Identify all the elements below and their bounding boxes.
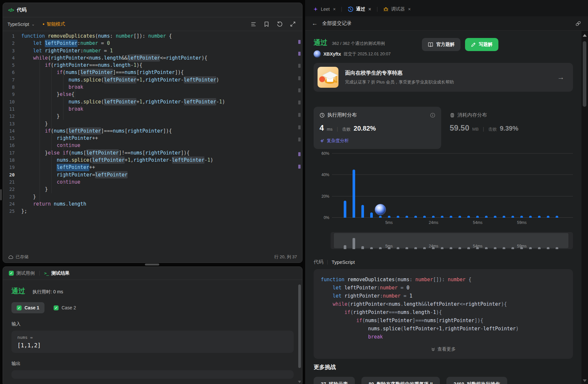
scroll-down-arrow-icon[interactable] bbox=[583, 379, 587, 382]
page-title: 全部提交记录 bbox=[322, 20, 352, 27]
runtime-bar[interactable] bbox=[361, 205, 364, 218]
runtime-bar[interactable] bbox=[485, 216, 488, 218]
language-selector[interactable]: TypeScript ⌄ bbox=[8, 22, 35, 27]
runtime-bar[interactable] bbox=[520, 216, 523, 218]
runtime-bar[interactable] bbox=[423, 216, 426, 218]
case-2-button[interactable]: ✓ Case 2 bbox=[48, 302, 81, 313]
reset-code-button[interactable] bbox=[275, 19, 285, 29]
runtime-bar[interactable] bbox=[432, 216, 435, 218]
chart-brush[interactable]: 5ms24ms54ms59ms bbox=[331, 232, 573, 249]
tab-test-result[interactable]: >_ 测试结果 bbox=[44, 270, 70, 276]
test-panel-scrollbar[interactable] bbox=[298, 282, 301, 384]
user-avatar bbox=[314, 50, 321, 58]
runtime-bar[interactable] bbox=[344, 201, 346, 218]
view-more-button[interactable]: 查看更多 bbox=[321, 344, 566, 355]
challenge-pill[interactable]: 80. 删除有序数组中的重复项 II bbox=[361, 377, 440, 384]
runtime-bar[interactable] bbox=[388, 216, 390, 218]
write-solution-button[interactable]: 写题解 bbox=[465, 38, 498, 51]
code-section-header: 代码 TypeScript bbox=[314, 259, 573, 265]
save-status: 已存储 bbox=[8, 254, 28, 260]
runtime-bar[interactable] bbox=[450, 216, 452, 218]
chevron-down-icon: ⌄ bbox=[31, 22, 35, 27]
runtime-bar[interactable] bbox=[494, 216, 496, 218]
tab-debugger[interactable]: 调试器 × bbox=[382, 6, 412, 12]
case-1-button[interactable]: ✓ Case 1 bbox=[11, 302, 44, 313]
scroll-up-arrow-icon[interactable] bbox=[583, 34, 587, 37]
expand-icon bbox=[290, 21, 296, 27]
left-edge-resize-handle[interactable] bbox=[0, 189, 2, 200]
close-icon[interactable]: × bbox=[408, 7, 411, 12]
student-promo-banner[interactable]: 面向在校学生的专享特惠 完成认证享 7 折 Plus 会员，享受更多学业及职业成… bbox=[314, 63, 573, 92]
overview-ruler[interactable] bbox=[298, 31, 301, 251]
runtime-dist-title: 执行用时分布 bbox=[327, 112, 357, 118]
complexity-analysis-link[interactable]: 复杂度分析 bbox=[320, 138, 435, 144]
challenge-pill[interactable]: 27. 移除元素 bbox=[314, 377, 355, 384]
runtime-bar[interactable] bbox=[503, 216, 505, 218]
runtime-stat-card[interactable]: 执行用时分布 4 ms | 击败 20.82% bbox=[314, 107, 441, 149]
input-field-value: [1,1,2] bbox=[17, 342, 288, 349]
bug-icon bbox=[383, 7, 389, 12]
code-line: 23 } bbox=[3, 193, 302, 200]
runtime-bar[interactable] bbox=[467, 216, 470, 218]
runtime-bar[interactable] bbox=[353, 170, 355, 218]
runtime-bar[interactable] bbox=[441, 216, 443, 218]
close-icon[interactable]: × bbox=[333, 7, 336, 12]
runtime-bar[interactable] bbox=[406, 216, 408, 218]
tab-leet[interactable]: Leet × bbox=[312, 7, 337, 12]
runtime-bar[interactable] bbox=[397, 216, 399, 218]
runtime-bar[interactable] bbox=[538, 216, 541, 218]
output-value-box[interactable] bbox=[11, 370, 294, 379]
checkbox-icon: ✓ bbox=[9, 271, 14, 276]
ai-sparkle-icon bbox=[320, 138, 324, 143]
code-line: nums.splice(leftPointer+1,rightPointer-l… bbox=[321, 325, 566, 333]
challenge-pill[interactable]: 2460. 对数组执行操作 bbox=[446, 377, 507, 384]
username[interactable]: XBXyftx bbox=[323, 51, 341, 57]
code-line: 6 if(nums[leftPointer]===nums[rightPoint… bbox=[3, 69, 302, 76]
close-icon[interactable]: × bbox=[368, 7, 371, 12]
runtime-bar[interactable] bbox=[529, 216, 532, 218]
runtime-bar[interactable] bbox=[370, 212, 373, 218]
runtime-distribution-chart[interactable]: 60%40%20%0% 5ms24ms54ms59ms bbox=[314, 154, 573, 225]
bookmark-button[interactable] bbox=[262, 19, 271, 29]
runtime-bar[interactable] bbox=[511, 216, 514, 218]
book-icon bbox=[428, 42, 433, 47]
tab-testcases[interactable]: ✓ 测试用例 bbox=[9, 270, 35, 276]
runtime-bar[interactable] bbox=[414, 216, 417, 218]
arrow-right-icon[interactable]: → bbox=[557, 73, 564, 82]
smart-mode-toggle[interactable]: • 智能模式 bbox=[43, 21, 65, 27]
runtime-bar[interactable] bbox=[556, 216, 558, 218]
chevron-double-down-icon bbox=[431, 347, 435, 352]
runtime-bar[interactable] bbox=[379, 216, 382, 218]
runtime-bar[interactable] bbox=[476, 216, 479, 218]
my-submission-marker-avatar[interactable] bbox=[375, 204, 386, 215]
back-button[interactable]: ← bbox=[312, 20, 318, 27]
copy-link-button[interactable] bbox=[575, 20, 581, 27]
runtime-bar[interactable] bbox=[458, 216, 461, 218]
cursor-position[interactable]: 行 20, 列 37 bbox=[274, 254, 297, 260]
code-icon: </> bbox=[8, 8, 14, 13]
tab-test-result-label: 测试结果 bbox=[51, 270, 70, 276]
test-panel-tabs: ✓ 测试用例 >_ 测试结果 bbox=[3, 267, 302, 280]
input-value-box[interactable]: nums = [1,1,2] bbox=[11, 331, 294, 353]
stats-section: 执行用时分布 4 ms | 击败 20.82% bbox=[314, 107, 573, 149]
right-scrollbar[interactable] bbox=[581, 31, 588, 384]
scrollbar-thumb[interactable] bbox=[583, 41, 586, 107]
panel-resize-handle[interactable] bbox=[145, 264, 159, 265]
submission-detail-panel: Leet × 通过 × 调试器 × ← 全部提交记录 bbox=[305, 0, 588, 384]
info-icon[interactable] bbox=[430, 113, 435, 118]
code-line: 9 }else{ bbox=[3, 91, 302, 98]
code-line: 24 return nums.length bbox=[3, 200, 302, 208]
chart-x-axis-labels: 5ms24ms54ms59ms bbox=[332, 220, 573, 225]
code-editing-area[interactable]: 1function removeDuplicates(nums: number[… bbox=[3, 31, 302, 251]
official-solution-button[interactable]: 官方题解 bbox=[422, 38, 460, 51]
mode-label: 智能模式 bbox=[47, 21, 65, 27]
memory-stat-block[interactable]: 消耗内存分布 59.50 MB | 击败 9.39% bbox=[450, 107, 518, 149]
format-code-button[interactable] bbox=[249, 19, 258, 29]
tab-passed[interactable]: 通过 × bbox=[346, 6, 372, 12]
scroll-down-arrow-icon[interactable] bbox=[298, 381, 301, 383]
language-label: TypeScript bbox=[8, 22, 29, 27]
runtime-bar[interactable] bbox=[547, 216, 549, 218]
expand-editor-button[interactable] bbox=[288, 19, 298, 29]
test-runtime: 执行用时: 0 ms bbox=[32, 289, 63, 295]
code-line: 21 continue bbox=[3, 178, 302, 186]
